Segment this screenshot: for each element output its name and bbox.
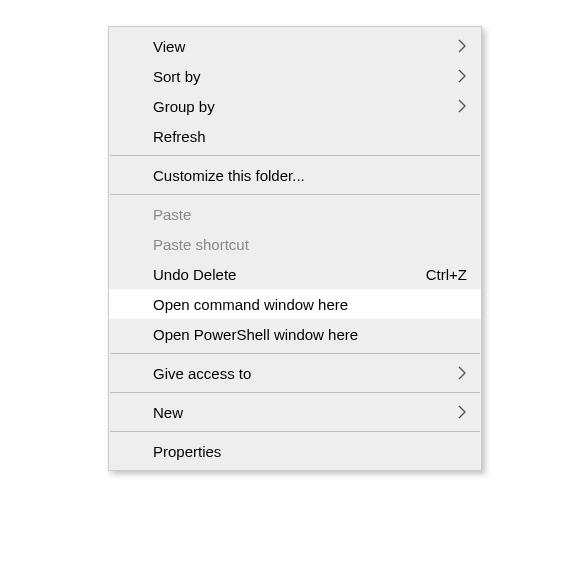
menu-separator: [110, 155, 480, 156]
menu-item-sort-by[interactable]: Sort by: [109, 61, 481, 91]
menu-item-label: New: [153, 404, 437, 421]
menu-item-customize-folder[interactable]: Customize this folder...: [109, 160, 481, 190]
menu-item-paste: Paste: [109, 199, 481, 229]
menu-item-label: Group by: [153, 98, 437, 115]
menu-item-refresh[interactable]: Refresh: [109, 121, 481, 151]
chevron-right-icon: [457, 365, 467, 381]
menu-separator: [110, 194, 480, 195]
menu-item-undo-delete[interactable]: Undo DeleteCtrl+Z: [109, 259, 481, 289]
menu-item-paste-shortcut: Paste shortcut: [109, 229, 481, 259]
menu-item-label: View: [153, 38, 437, 55]
menu-item-label: Refresh: [153, 128, 467, 145]
menu-item-open-cmd-here[interactable]: Open command window here: [109, 289, 481, 319]
menu-item-label: Paste: [153, 206, 467, 223]
menu-separator: [110, 353, 480, 354]
menu-item-label: Paste shortcut: [153, 236, 467, 253]
menu-item-shortcut: Ctrl+Z: [426, 266, 467, 283]
menu-item-open-ps-here[interactable]: Open PowerShell window here: [109, 319, 481, 349]
menu-item-label: Open PowerShell window here: [153, 326, 467, 343]
menu-separator: [110, 392, 480, 393]
context-menu[interactable]: ViewSort byGroup byRefreshCustomize this…: [108, 26, 482, 471]
menu-item-label: Customize this folder...: [153, 167, 467, 184]
chevron-right-icon: [457, 98, 467, 114]
menu-item-properties[interactable]: Properties: [109, 436, 481, 466]
menu-item-label: Give access to: [153, 365, 437, 382]
menu-item-group-by[interactable]: Group by: [109, 91, 481, 121]
chevron-right-icon: [457, 68, 467, 84]
chevron-right-icon: [457, 404, 467, 420]
menu-item-new[interactable]: New: [109, 397, 481, 427]
menu-item-view[interactable]: View: [109, 31, 481, 61]
menu-item-label: Undo Delete: [153, 266, 406, 283]
menu-item-label: Open command window here: [153, 296, 467, 313]
menu-separator: [110, 431, 480, 432]
menu-item-give-access-to[interactable]: Give access to: [109, 358, 481, 388]
chevron-right-icon: [457, 38, 467, 54]
menu-item-label: Properties: [153, 443, 467, 460]
menu-item-label: Sort by: [153, 68, 437, 85]
